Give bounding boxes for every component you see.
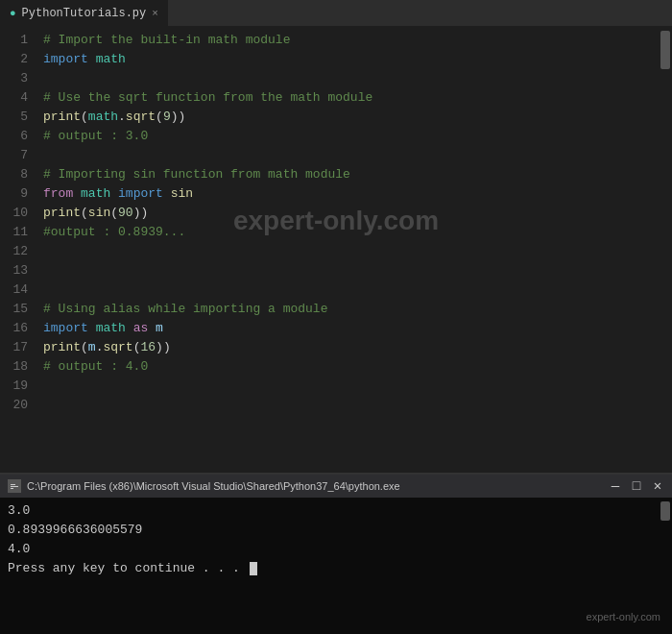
line-number: 6: [0, 127, 28, 146]
terminal-scrollbar[interactable]: [659, 498, 672, 634]
code-line: #output : 0.8939...: [43, 223, 659, 242]
line-number: 16: [0, 319, 28, 338]
code-line: [43, 280, 659, 300]
code-line: # Importing sin function from math modul…: [43, 165, 659, 184]
code-line: [43, 242, 659, 261]
line-number: 1: [0, 31, 28, 50]
terminal-scrollbar-thumb[interactable]: [660, 501, 670, 521]
tab-modified-icon: ●: [10, 8, 16, 19]
code-line: # Using alias while importing a module: [43, 300, 659, 319]
code-line: from math import sin: [43, 184, 659, 204]
code-line: import math: [43, 50, 659, 69]
terminal-line: Press any key to continue . . .: [8, 559, 651, 578]
line-number: 18: [0, 357, 28, 377]
terminal-title: C:\Program Files (x86)\Microsoft Visual …: [27, 480, 603, 492]
code-line: [43, 377, 659, 396]
svg-rect-2: [11, 486, 18, 487]
line-number: 12: [0, 242, 28, 261]
code-line: # output : 4.0: [43, 357, 659, 377]
line-number: 14: [0, 280, 28, 300]
terminal-line: 4.0: [8, 540, 651, 559]
code-line: # Use the sqrt function from the math mo…: [43, 88, 659, 108]
code-line: import math as m: [43, 319, 659, 338]
line-number: 5: [0, 108, 28, 127]
terminal: C:\Program Files (x86)\Microsoft Visual …: [0, 473, 672, 634]
code-container: 1234567891011121314151617181920 # Import…: [0, 27, 672, 473]
editor-scrollbar[interactable]: [659, 27, 672, 473]
code-line: print(m.sqrt(16)): [43, 338, 659, 357]
line-number: 15: [0, 300, 28, 319]
line-number: 2: [0, 50, 28, 69]
code-line: [43, 69, 659, 88]
code-content: # Import the built-in math moduleimport …: [43, 27, 659, 473]
editor-area: expert-only.com 123456789101112131415161…: [0, 27, 672, 473]
terminal-cursor: [250, 562, 257, 575]
code-line: print(sin(90)): [43, 204, 659, 223]
line-number: 7: [0, 146, 28, 165]
line-numbers: 1234567891011121314151617181920: [0, 27, 43, 473]
line-number: 20: [0, 396, 28, 415]
line-number: 3: [0, 69, 28, 88]
code-line: [43, 396, 659, 415]
line-number: 10: [0, 204, 28, 223]
code-line: # Import the built-in math module: [43, 31, 659, 50]
code-line: print(math.sqrt(9)): [43, 108, 659, 127]
terminal-controls: — □ ✕: [609, 479, 664, 493]
code-line: [43, 146, 659, 165]
editor-tab[interactable]: ● PythonTutorials.py ×: [0, 0, 169, 26]
terminal-close-button[interactable]: ✕: [651, 479, 664, 493]
editor-scrollbar-thumb[interactable]: [660, 31, 670, 69]
tab-label: PythonTutorials.py: [22, 7, 147, 20]
terminal-minimize-button[interactable]: —: [609, 479, 622, 493]
line-number: 17: [0, 338, 28, 357]
terminal-line: 3.0: [8, 501, 651, 521]
code-line: # output : 3.0: [43, 127, 659, 146]
terminal-maximize-button[interactable]: □: [630, 479, 643, 493]
line-number: 11: [0, 223, 28, 242]
line-number: 4: [0, 88, 28, 108]
svg-rect-3: [11, 488, 13, 489]
svg-rect-1: [11, 484, 15, 485]
tab-bar: ● PythonTutorials.py ×: [0, 0, 672, 27]
line-number: 9: [0, 184, 28, 204]
terminal-line: 0.8939966636005579: [8, 521, 651, 540]
terminal-output: 3.00.89399666360055794.0Press any key to…: [0, 498, 659, 634]
line-number: 8: [0, 165, 28, 184]
terminal-body: 3.00.89399666360055794.0Press any key to…: [0, 498, 672, 634]
code-line: [43, 261, 659, 280]
terminal-titlebar: C:\Program Files (x86)\Microsoft Visual …: [0, 475, 672, 498]
terminal-app-icon: [8, 479, 21, 493]
line-number: 13: [0, 261, 28, 280]
line-number: 19: [0, 377, 28, 396]
tab-close-button[interactable]: ×: [152, 8, 158, 19]
